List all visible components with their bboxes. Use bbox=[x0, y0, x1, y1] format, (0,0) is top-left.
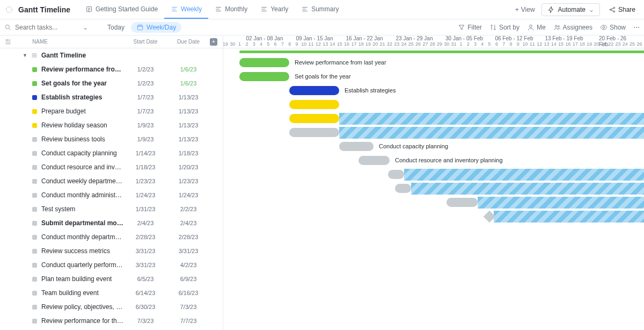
status-square-icon[interactable] bbox=[32, 319, 37, 324]
gantt-bar[interactable] bbox=[447, 198, 478, 207]
task-row[interactable]: Review performance for the last 6 ...7/3… bbox=[0, 314, 223, 328]
column-due-header[interactable]: Due Date bbox=[167, 39, 210, 45]
task-due-date[interactable]: 1/13/23 bbox=[167, 108, 210, 114]
task-start-date[interactable]: 6/30/23 bbox=[124, 304, 167, 310]
task-due-date[interactable]: 2/2/23 bbox=[167, 206, 210, 212]
gantt-stripe[interactable] bbox=[494, 211, 644, 223]
status-square-icon[interactable] bbox=[32, 249, 37, 254]
task-due-date[interactable]: 7/7/23 bbox=[167, 318, 210, 324]
task-row[interactable]: Conduct weekly departmental me...1/23/23… bbox=[0, 174, 223, 188]
automate-button[interactable]: Automate ⌄ bbox=[541, 3, 600, 16]
task-due-date[interactable]: 1/6/23 bbox=[167, 66, 210, 73]
task-start-date[interactable]: 1/14/23 bbox=[124, 150, 167, 156]
assignees-button[interactable]: Assignees bbox=[553, 24, 592, 31]
task-row[interactable]: Set goals for the year1/2/231/6/23 bbox=[0, 76, 223, 90]
task-due-date[interactable]: 1/6/23 bbox=[167, 80, 210, 87]
add-view-button[interactable]: + View bbox=[509, 6, 541, 13]
task-start-date[interactable]: 2/28/23 bbox=[124, 234, 167, 240]
status-square-icon[interactable] bbox=[32, 179, 37, 184]
status-square-icon[interactable] bbox=[32, 305, 37, 310]
gantt-stripe[interactable] bbox=[339, 113, 644, 125]
task-row[interactable]: Team building event6/14/236/16/23 bbox=[0, 286, 223, 300]
task-start-date[interactable]: 6/5/23 bbox=[124, 276, 167, 282]
tab-monthly[interactable]: Monthly bbox=[208, 0, 254, 19]
task-due-date[interactable]: 7/3/23 bbox=[167, 304, 210, 310]
tab-weekly[interactable]: Weekly bbox=[164, 0, 208, 19]
status-square-icon[interactable] bbox=[32, 277, 37, 282]
gantt-bar[interactable] bbox=[239, 72, 289, 81]
gantt-bar[interactable] bbox=[339, 142, 374, 151]
task-start-date[interactable]: 7/3/23 bbox=[124, 318, 167, 324]
status-square-icon[interactable] bbox=[32, 235, 37, 240]
status-square-icon[interactable] bbox=[32, 151, 37, 156]
task-row[interactable]: Conduct resource and inventory pl...1/18… bbox=[0, 160, 223, 174]
gantt-bar[interactable] bbox=[358, 156, 390, 165]
task-start-date[interactable]: 2/4/23 bbox=[124, 220, 167, 226]
task-due-date[interactable]: 1/13/23 bbox=[167, 136, 210, 142]
task-due-date[interactable]: 1/24/23 bbox=[167, 192, 210, 198]
task-start-date[interactable]: 1/18/23 bbox=[124, 164, 167, 170]
task-due-date[interactable]: 1/13/23 bbox=[167, 94, 210, 101]
task-due-date[interactable]: 2/28/23 bbox=[167, 234, 210, 240]
add-column-button[interactable]: + bbox=[210, 38, 217, 46]
task-start-date[interactable]: 1/24/23 bbox=[124, 192, 167, 198]
task-row[interactable]: Test system1/31/232/2/23 bbox=[0, 202, 223, 216]
gantt-bar[interactable] bbox=[239, 58, 289, 67]
task-due-date[interactable]: 1/13/23 bbox=[167, 122, 210, 128]
search-input[interactable] bbox=[15, 24, 79, 31]
task-due-date[interactable]: 6/9/23 bbox=[167, 276, 210, 282]
task-due-date[interactable]: 2/4/23 bbox=[167, 220, 210, 226]
task-start-date[interactable]: 1/23/23 bbox=[124, 178, 167, 184]
status-square-icon[interactable] bbox=[32, 137, 37, 142]
task-start-date[interactable]: 1/7/23 bbox=[124, 108, 167, 114]
filter-button[interactable]: Filter bbox=[458, 24, 482, 31]
column-start-header[interactable]: Start Date bbox=[124, 39, 167, 45]
tab-yearly[interactable]: Yearly bbox=[254, 0, 295, 19]
task-due-date[interactable]: 1/23/23 bbox=[167, 178, 210, 184]
task-row[interactable]: Conduct capacity planning1/14/231/18/23 bbox=[0, 146, 223, 160]
task-row[interactable]: Review holiday season1/9/231/13/23 bbox=[0, 118, 223, 132]
task-start-date[interactable]: 6/14/23 bbox=[124, 290, 167, 296]
task-row[interactable]: Review performance from last year1/2/231… bbox=[0, 62, 223, 76]
tab-summary[interactable]: Summary bbox=[295, 0, 345, 19]
gantt-bar[interactable] bbox=[289, 114, 339, 123]
gantt-bar[interactable] bbox=[289, 100, 339, 109]
group-header-row[interactable]: ▼ Gantt Timeline bbox=[0, 48, 223, 62]
share-button[interactable]: Share bbox=[604, 4, 640, 16]
task-start-date[interactable]: 3/31/23 bbox=[124, 248, 167, 254]
collapse-sidebar-icon[interactable] bbox=[0, 38, 16, 46]
status-square-icon[interactable] bbox=[32, 165, 37, 170]
task-row[interactable]: Establish strategies1/7/231/13/23 bbox=[0, 90, 223, 104]
task-start-date[interactable]: 1/9/23 bbox=[124, 122, 167, 128]
status-square-icon[interactable] bbox=[32, 193, 37, 198]
gantt-stripe[interactable] bbox=[339, 127, 644, 139]
task-row[interactable]: Conduct quarterly performance m...3/31/2… bbox=[0, 258, 223, 272]
status-square-icon[interactable] bbox=[32, 207, 37, 212]
task-row[interactable]: Review business tools1/9/231/13/23 bbox=[0, 132, 223, 146]
gantt-bar[interactable] bbox=[395, 184, 411, 193]
task-row[interactable]: Submit departmental monthly re...2/4/232… bbox=[0, 216, 223, 230]
task-start-date[interactable]: 1/2/23 bbox=[124, 66, 167, 73]
status-square-icon[interactable] bbox=[32, 109, 37, 114]
task-due-date[interactable]: 3/31/23 bbox=[167, 248, 210, 254]
gantt-bar[interactable] bbox=[388, 170, 404, 179]
task-row[interactable]: Prepare budget1/7/231/13/23 bbox=[0, 104, 223, 118]
task-start-date[interactable]: 1/9/23 bbox=[124, 136, 167, 142]
task-due-date[interactable]: 1/20/23 bbox=[167, 164, 210, 170]
task-start-date[interactable]: 1/2/23 bbox=[124, 80, 167, 87]
task-due-date[interactable]: 1/18/23 bbox=[167, 150, 210, 156]
column-name-header[interactable]: NAME bbox=[16, 39, 124, 45]
status-square-icon[interactable] bbox=[32, 263, 37, 268]
status-square-icon[interactable] bbox=[32, 81, 37, 86]
gantt-stripe[interactable] bbox=[478, 197, 644, 209]
search-dropdown-icon[interactable]: ⌄ bbox=[83, 24, 88, 31]
task-row[interactable]: Conduct monthly departmental m...2/28/23… bbox=[0, 230, 223, 244]
task-due-date[interactable]: 6/16/23 bbox=[167, 290, 210, 296]
task-row[interactable]: Review policy, objectives, and busi...6/… bbox=[0, 300, 223, 314]
task-row[interactable]: Conduct monthly administrative m...1/24/… bbox=[0, 188, 223, 202]
task-start-date[interactable]: 1/7/23 bbox=[124, 94, 167, 101]
status-square-icon[interactable] bbox=[32, 291, 37, 296]
gantt-chart-panel[interactable]: Jan02 Jan - 08 Jan09 Jan - 15 Jan16 Jan … bbox=[223, 35, 644, 330]
status-square-icon[interactable] bbox=[32, 67, 37, 72]
status-square-icon[interactable] bbox=[32, 95, 37, 100]
